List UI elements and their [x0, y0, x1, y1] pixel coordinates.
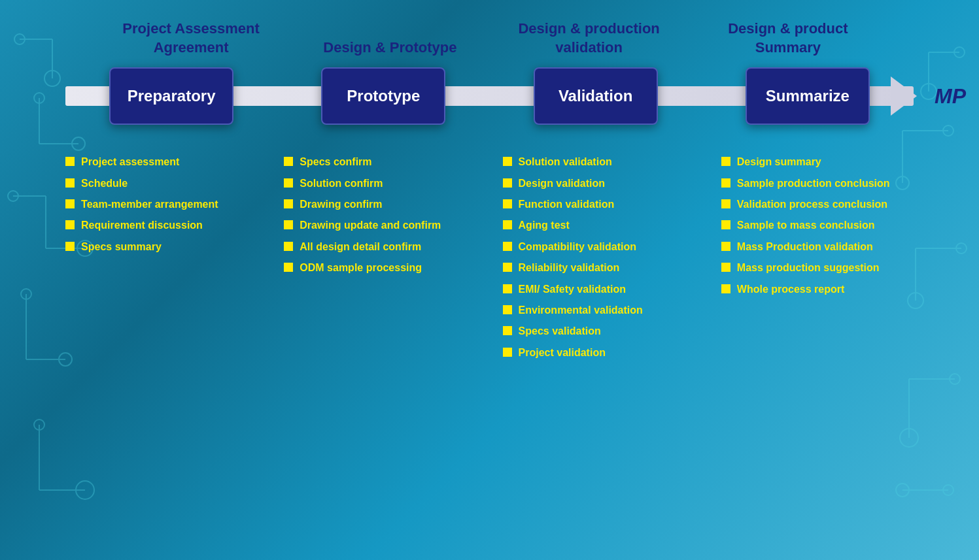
- detail-text: Drawing confirm: [300, 197, 382, 212]
- bullet-icon: [503, 348, 512, 357]
- bullet-icon: [65, 220, 75, 229]
- phase-box-preparatory: Preparatory: [109, 67, 233, 125]
- detail-text: Validation process conclusion: [737, 197, 887, 212]
- detail-item: Project validation: [503, 346, 695, 360]
- detail-column-3: Solution validationDesign validationFunc…: [503, 155, 695, 367]
- bullet-icon: [503, 220, 512, 229]
- phase-title-2: Design & Prototype: [311, 39, 468, 58]
- detail-column-1: Project assessmentScheduleTeam-member ar…: [65, 155, 258, 367]
- timeline-row: MP Preparatory Prototype Validation Summ…: [65, 63, 914, 129]
- detail-item: Solution confirm: [284, 176, 476, 191]
- bullet-icon: [503, 284, 512, 293]
- phase-titles-row: Project Assessment Agreement Design & Pr…: [92, 20, 887, 63]
- bullet-icon: [284, 263, 293, 272]
- detail-item: Solution validation: [503, 155, 695, 169]
- detail-item: All design detail confirm: [284, 240, 476, 254]
- phase-title-4: Design & product Summary: [710, 20, 867, 57]
- bullet-icon: [503, 326, 512, 335]
- detail-column-4: Design summarySample production conclusi…: [721, 155, 914, 367]
- detail-text: Environmental validation: [519, 303, 643, 318]
- detail-item: Design summary: [721, 155, 914, 169]
- timeline-arrow: [891, 76, 917, 116]
- detail-text: Whole process report: [737, 282, 844, 297]
- detail-text: Team-member arrangement: [81, 197, 218, 212]
- detail-item: Drawing update and confirm: [284, 218, 476, 233]
- bullet-icon: [65, 242, 75, 251]
- detail-item: Team-member arrangement: [65, 197, 258, 212]
- detail-text: Solution confirm: [300, 176, 383, 191]
- bullet-icon: [503, 305, 512, 314]
- detail-item: Mass production suggestion: [721, 261, 914, 275]
- details-row: Project assessmentScheduleTeam-member ar…: [39, 155, 940, 367]
- detail-text: Mass Production validation: [737, 240, 873, 254]
- detail-text: Specs confirm: [300, 155, 371, 169]
- detail-item: Specs confirm: [284, 155, 476, 169]
- detail-item: Reliability validation: [503, 261, 695, 275]
- bullet-icon: [721, 242, 730, 251]
- detail-text: Project assessment: [81, 155, 179, 169]
- main-content: Project Assessment Agreement Design & Pr…: [0, 0, 979, 560]
- detail-text: Aging test: [519, 218, 570, 233]
- detail-text: Solution validation: [519, 155, 612, 169]
- detail-item: Environmental validation: [503, 303, 695, 318]
- detail-item: Project assessment: [65, 155, 258, 169]
- detail-item: Specs validation: [503, 324, 695, 338]
- detail-item: Sample production conclusion: [721, 176, 914, 191]
- bullet-icon: [284, 178, 293, 188]
- detail-text: Specs summary: [81, 240, 162, 254]
- phase-box-prototype: Prototype: [321, 67, 445, 125]
- detail-item: EMI/ Safety validation: [503, 282, 695, 297]
- detail-item: Drawing confirm: [284, 197, 476, 212]
- detail-text: Function validation: [519, 197, 615, 212]
- detail-item: Compatibility validation: [503, 240, 695, 254]
- bullet-icon: [284, 199, 293, 208]
- detail-text: Drawing update and confirm: [300, 218, 441, 233]
- bullet-icon: [284, 220, 293, 229]
- detail-item: Aging test: [503, 218, 695, 233]
- detail-text: All design detail confirm: [300, 240, 421, 254]
- detail-text: Specs validation: [519, 324, 601, 338]
- detail-text: Schedule: [81, 176, 128, 191]
- detail-text: Project validation: [519, 346, 606, 360]
- bullet-icon: [721, 178, 730, 188]
- detail-item: Sample to mass conclusion: [721, 218, 914, 233]
- detail-text: Mass production suggestion: [737, 261, 880, 275]
- phase-boxes: Preparatory Prototype Validation Summari…: [65, 67, 914, 125]
- detail-text: Compatibility validation: [519, 240, 636, 254]
- detail-item: Whole process report: [721, 282, 914, 297]
- detail-item: Mass Production validation: [721, 240, 914, 254]
- bullet-icon: [721, 220, 730, 229]
- bullet-icon: [721, 157, 730, 166]
- detail-item: Requirement discussion: [65, 218, 258, 233]
- detail-text: ODM sample processing: [300, 261, 422, 275]
- mp-label: MP: [935, 84, 966, 108]
- bullet-icon: [503, 199, 512, 208]
- phase-title-3: Design & production validation: [511, 20, 668, 57]
- detail-item: Design validation: [503, 176, 695, 191]
- bullet-icon: [65, 178, 75, 188]
- detail-text: Design validation: [519, 176, 605, 191]
- detail-text: Sample to mass conclusion: [737, 218, 875, 233]
- detail-text: Sample production conclusion: [737, 176, 890, 191]
- bullet-icon: [503, 157, 512, 166]
- detail-item: Function validation: [503, 197, 695, 212]
- detail-text: EMI/ Safety validation: [519, 282, 626, 297]
- bullet-icon: [721, 263, 730, 272]
- bullet-icon: [284, 157, 293, 166]
- detail-text: Requirement discussion: [81, 218, 203, 233]
- phase-title-1: Project Assessment Agreement: [112, 20, 269, 57]
- bullet-icon: [65, 157, 75, 166]
- detail-text: Reliability validation: [519, 261, 620, 275]
- bullet-icon: [65, 199, 75, 208]
- bullet-icon: [284, 242, 293, 251]
- bullet-icon: [721, 284, 730, 293]
- bullet-icon: [503, 178, 512, 188]
- detail-item: Specs summary: [65, 240, 258, 254]
- phase-box-summarize: Summarize: [746, 67, 870, 125]
- detail-item: Schedule: [65, 176, 258, 191]
- detail-column-2: Specs confirmSolution confirmDrawing con…: [284, 155, 476, 367]
- bullet-icon: [721, 199, 730, 208]
- detail-text: Design summary: [737, 155, 821, 169]
- bullet-icon: [503, 242, 512, 251]
- detail-item: ODM sample processing: [284, 261, 476, 275]
